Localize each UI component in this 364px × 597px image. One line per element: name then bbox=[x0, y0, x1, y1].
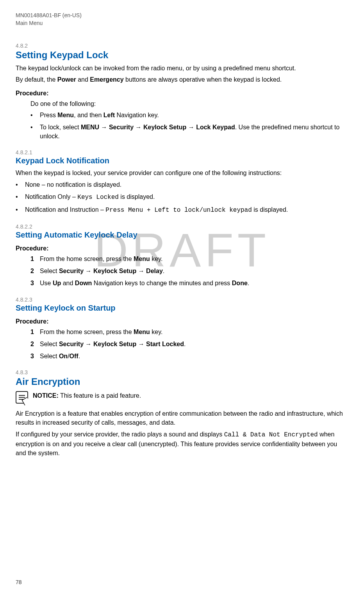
bold-text: Security bbox=[59, 341, 84, 347]
bold-text: MENU bbox=[81, 124, 99, 130]
list-item: 1 From the home screen, press the Menu k… bbox=[30, 254, 348, 263]
section-number: 4.8.2.3 bbox=[16, 297, 348, 303]
bold-text: Up bbox=[53, 280, 61, 286]
bold-text: Delay bbox=[146, 268, 163, 274]
step-number: 1 bbox=[30, 254, 34, 263]
text: Use bbox=[40, 280, 53, 286]
bold-text: Menu bbox=[134, 256, 150, 262]
text: → bbox=[134, 124, 143, 130]
text: Navigation keys to change the minutes an… bbox=[92, 280, 232, 286]
list-item: None – no notification is displayed. bbox=[16, 180, 348, 189]
text: Notification and Instruction – bbox=[25, 206, 105, 213]
text: → bbox=[84, 268, 93, 274]
text: key. bbox=[150, 329, 163, 335]
monospace-text: Press Menu + Left to lock/unlock keypad bbox=[105, 207, 252, 214]
text: → bbox=[84, 341, 93, 347]
text: This feature is a paid feature. bbox=[59, 392, 141, 399]
text: Press bbox=[40, 112, 57, 118]
body-text: If configured by your service provider, … bbox=[16, 430, 348, 458]
list-item: Notification and Instruction – Press Men… bbox=[16, 205, 348, 215]
bold-text: Left bbox=[103, 112, 115, 118]
bold-text: Off bbox=[70, 353, 79, 359]
numbered-list: 1 From the home screen, press the Menu k… bbox=[30, 254, 348, 288]
text: key. bbox=[150, 256, 163, 262]
procedure-label: Procedure: bbox=[16, 318, 348, 325]
list-item: Notification Only – Keys Locked is displ… bbox=[16, 192, 348, 202]
section-title: Air Encryption bbox=[16, 376, 348, 387]
notice-icon bbox=[16, 391, 28, 404]
body-text: Air Encryption is a feature that enables… bbox=[16, 409, 348, 427]
notice-text: NOTICE: This feature is a paid feature. bbox=[33, 391, 141, 400]
bold-text: Keylock Setup bbox=[93, 341, 136, 347]
text: is displayed. bbox=[252, 206, 288, 213]
doc-id: MN001488A01-BF (en-US) bbox=[16, 12, 348, 20]
section-title: Setting Keypad Lock bbox=[16, 50, 348, 61]
body-text: When the keypad is locked, your service … bbox=[16, 168, 348, 177]
text: To lock, select bbox=[40, 124, 81, 130]
step-number: 2 bbox=[30, 340, 34, 349]
list-item: 2 Select Security → Keylock Setup → Dela… bbox=[30, 266, 348, 275]
bold-text: Emergency bbox=[90, 76, 123, 83]
body-text: The keypad lock/unlock can be invoked fr… bbox=[16, 64, 348, 73]
text: From the home screen, press the bbox=[40, 256, 134, 262]
step-number: 3 bbox=[30, 352, 34, 361]
notice-label: NOTICE: bbox=[33, 392, 59, 399]
list-item: To lock, select MENU → Security → Keyloc… bbox=[30, 123, 348, 141]
step-number: 2 bbox=[30, 266, 34, 275]
bold-text: Start Locked bbox=[146, 341, 184, 347]
text: → bbox=[186, 124, 196, 130]
bold-text: Menu bbox=[57, 112, 74, 118]
bullet-list: None – no notification is displayed. Not… bbox=[16, 180, 348, 215]
list-item: Press Menu, and then Left Navigation key… bbox=[30, 111, 348, 120]
monospace-text: Call & Data Not Encrypted bbox=[224, 431, 318, 438]
text: Select bbox=[40, 268, 59, 274]
numbered-list: 1 From the home screen, press the Menu k… bbox=[30, 327, 348, 361]
bold-text: Power bbox=[57, 76, 76, 83]
text: By default, the bbox=[16, 76, 57, 83]
page-number: 78 bbox=[16, 579, 22, 585]
list-item: 2 Select Security → Keylock Setup → Star… bbox=[30, 340, 348, 349]
bold-text: Done bbox=[232, 280, 248, 286]
bold-text: Lock Keypad bbox=[196, 124, 235, 130]
section-number: 4.8.2 bbox=[16, 43, 348, 49]
text: is displayed. bbox=[119, 193, 155, 200]
text: . bbox=[163, 268, 164, 274]
bold-text: On bbox=[59, 353, 68, 359]
text: Navigation key. bbox=[115, 112, 159, 118]
text: , and then bbox=[74, 112, 103, 118]
section-number: 4.8.2.1 bbox=[16, 149, 348, 156]
text: . bbox=[79, 353, 80, 359]
section-number: 4.8.3 bbox=[16, 369, 348, 375]
text: . bbox=[184, 341, 186, 347]
text: and bbox=[76, 76, 90, 83]
bold-text: Keylock Setup bbox=[93, 268, 136, 274]
section-title: Setting Keylock on Startup bbox=[16, 304, 348, 313]
text: → bbox=[136, 268, 146, 274]
page-header: MN001488A01-BF (en-US) Main Menu bbox=[16, 12, 348, 27]
monospace-text: Keys Locked bbox=[77, 194, 119, 201]
step-number: 3 bbox=[30, 279, 34, 288]
bold-text: Security bbox=[109, 124, 134, 130]
step-number: 1 bbox=[30, 327, 34, 336]
text: → bbox=[136, 341, 146, 347]
instruction-text: Do one of the following: bbox=[30, 99, 348, 108]
bullet-list: Press Menu, and then Left Navigation key… bbox=[30, 111, 348, 141]
text: and bbox=[61, 280, 75, 286]
text: Select bbox=[40, 353, 59, 359]
text: If configured by your service provider, … bbox=[16, 431, 224, 438]
list-item: 3 Use Up and Down Navigation keys to cha… bbox=[30, 279, 348, 288]
body-text: By default, the Power and Emergency butt… bbox=[16, 75, 348, 84]
section-path: Main Menu bbox=[16, 20, 348, 27]
bold-text: Menu bbox=[134, 329, 150, 335]
text: Notification Only – bbox=[25, 193, 77, 200]
list-item: 1 From the home screen, press the Menu k… bbox=[30, 327, 348, 336]
procedure-label: Procedure: bbox=[16, 245, 348, 252]
bold-text: Down bbox=[75, 280, 92, 286]
text: . bbox=[248, 280, 249, 286]
text: From the home screen, press the bbox=[40, 329, 134, 335]
text: buttons are always operative when the ke… bbox=[124, 76, 282, 83]
section-title: Setting Automatic Keylock Delay bbox=[16, 231, 348, 240]
text: Select bbox=[40, 341, 59, 347]
section-number: 4.8.2.2 bbox=[16, 223, 348, 230]
bold-text: Keylock Setup bbox=[143, 124, 186, 130]
